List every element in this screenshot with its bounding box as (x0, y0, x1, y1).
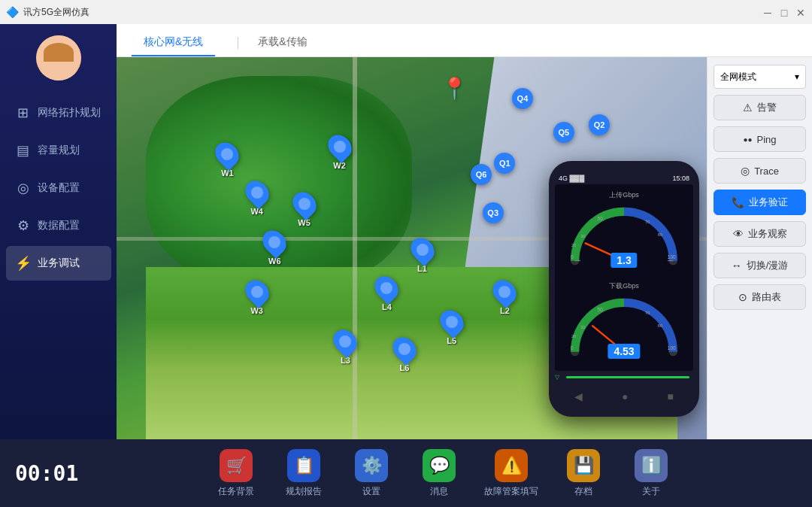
bottom-settings[interactable]: ⚙️ 设置 (349, 449, 394, 498)
switch-roam-label: 切换/漫游 (747, 259, 789, 272)
node-Q3[interactable]: Q3 (483, 202, 504, 223)
node-Q4[interactable]: Q4 (512, 88, 533, 109)
sidebar-label-capacity: 容量规划 (38, 144, 80, 157)
bottom-bar: 00:01 🛒 任务背景 📋 规划报告 ⚙️ 设置 💬 消息 (0, 439, 812, 507)
bottom-plan-report[interactable]: 📋 规划报告 (281, 449, 326, 498)
fault-fill-icon: ⚠️ (495, 449, 528, 482)
network-topo-icon: ⊞ (15, 105, 32, 121)
trace-button[interactable]: ◎ Trace (714, 158, 806, 184)
node-Q1[interactable]: Q1 (494, 153, 515, 174)
task-scenario-icon: 🛒 (220, 449, 253, 482)
node-Q5[interactable]: Q5 (553, 122, 574, 143)
data-config-icon: ⚙ (15, 217, 32, 234)
svg-text:20: 20 (571, 243, 576, 247)
ping-icon: ●● (743, 135, 752, 144)
node-L4[interactable]: L4 (376, 275, 397, 311)
node-L1[interactable]: L1 (412, 237, 433, 273)
app-icon: 🔷 (6, 6, 19, 18)
node-L2[interactable]: L2 (494, 279, 515, 315)
node-W3[interactable]: W3 (247, 279, 268, 315)
sidebar-item-network-topo[interactable]: ⊞ 网络拓扑规划 (6, 96, 111, 130)
tabs-bar: 核心网&无线 承载&传输 (117, 24, 812, 57)
upload-value: 1.3 (611, 253, 637, 268)
service-verify-button[interactable]: 📞 业务验证 (714, 190, 806, 215)
switch-roam-button[interactable]: ↔ 切换/漫游 (714, 253, 806, 278)
sidebar: ⊞ 网络拓扑规划 ▤ 容量规划 ◎ 设备配置 ⚙ 数据配置 ⚡ 业务调试 (0, 24, 117, 439)
alert-label: 告警 (757, 101, 777, 114)
svg-text:50: 50 (598, 308, 604, 313)
service-verify-label: 业务验证 (749, 196, 788, 209)
service-observe-button[interactable]: 👁 业务观察 (714, 221, 806, 247)
alert-button[interactable]: ⚠ 告警 (714, 95, 806, 120)
task-scenario-label: 任务背景 (218, 485, 254, 498)
phone-carrier: 4G ▓▓▓ (559, 175, 584, 182)
tab-bearer-transport[interactable]: 承载&传输 (246, 29, 319, 56)
service-verify-icon: 📞 (732, 196, 744, 208)
tab-core-wireless[interactable]: 核心网&无线 (132, 29, 215, 56)
save-icon: 💾 (567, 449, 600, 482)
node-L6[interactable]: L6 (394, 336, 415, 372)
svg-text:0: 0 (571, 254, 574, 260)
map-container[interactable]: 📍 W1 W4 W2 W5 (117, 57, 707, 439)
node-W2[interactable]: W2 (329, 134, 350, 170)
minimize-button[interactable]: ─ (762, 7, 773, 17)
about-label: 关于 (642, 485, 660, 498)
upload-label: 上传Gbps (561, 190, 687, 200)
plan-report-icon: 📋 (287, 449, 320, 482)
bottom-save[interactable]: 💾 存档 (561, 449, 606, 498)
bottom-messages[interactable]: 💬 消息 (417, 449, 462, 498)
node-W6[interactable]: W6 (264, 229, 285, 266)
main-content: ⊞ 网络拓扑规划 ▤ 容量规划 ◎ 设备配置 ⚙ 数据配置 ⚡ 业务调试 核心网… (0, 24, 812, 439)
bottom-task-scenario[interactable]: 🛒 任务背景 (214, 449, 259, 498)
bottom-items: 🛒 任务背景 📋 规划报告 ⚙️ 设置 💬 消息 ⚠️ 故障管案 (90, 449, 797, 498)
maximize-button[interactable]: □ (779, 7, 789, 17)
about-icon: ℹ️ (635, 449, 668, 482)
svg-text:50: 50 (598, 217, 604, 222)
service-observe-label: 业务观察 (748, 227, 787, 241)
routing-table-icon: ⊙ (738, 291, 747, 303)
title-bar: 🔷 讯方5G全网仿真 ─ □ ✕ (0, 0, 812, 24)
right-panel: 全网模式 ▾ ⚠ 告警 ●● Ping ◎ Trace 📞 业务验证 (707, 57, 812, 439)
svg-text:30: 30 (580, 325, 585, 329)
phone-status-bar: 4G ▓▓▓ 15:08 (555, 172, 693, 184)
tab-divider (238, 37, 238, 49)
node-W1[interactable]: W1 (217, 141, 238, 178)
svg-text:70: 70 (645, 311, 650, 316)
bottom-fault-fill[interactable]: ⚠️ 故障管案填写 (484, 449, 538, 498)
trace-label: Trace (754, 165, 779, 177)
node-W4[interactable]: W4 (247, 180, 268, 216)
node-L3[interactable]: L3 (335, 329, 356, 365)
settings-icon-wrap: ⚙️ (355, 449, 388, 482)
sidebar-label-network-topo: 网络拓扑规划 (38, 106, 101, 120)
svg-text:80: 80 (658, 232, 662, 237)
ping-button[interactable]: ●● Ping (714, 126, 806, 152)
bottom-about[interactable]: ℹ️ 关于 (629, 449, 674, 498)
sidebar-item-data-config[interactable]: ⚙ 数据配置 (6, 208, 111, 243)
sidebar-item-service-test[interactable]: ⚡ 业务调试 (6, 246, 111, 281)
node-Q2[interactable]: Q2 (589, 114, 610, 135)
svg-text:80: 80 (658, 323, 662, 328)
svg-text:0: 0 (571, 345, 574, 351)
node-W5[interactable]: W5 (294, 191, 315, 227)
mode-label: 全网模式 (720, 71, 756, 83)
sidebar-item-capacity[interactable]: ▤ 容量规划 (6, 133, 111, 168)
content-area: 核心网&无线 承载&传输 (117, 24, 812, 439)
messages-icon: 💬 (423, 449, 456, 482)
location-pin: 📍 (441, 76, 468, 101)
sidebar-label-device-config: 设备配置 (38, 181, 80, 195)
sidebar-label-service-test: 业务调试 (38, 257, 80, 270)
download-value: 4.53 (607, 344, 640, 359)
node-L5[interactable]: L5 (441, 309, 462, 345)
routing-table-label: 路由表 (752, 290, 781, 304)
sidebar-item-device-config[interactable]: ◎ 设备配置 (6, 171, 111, 205)
download-label: 下载Gbps (561, 281, 687, 291)
avatar (36, 35, 81, 80)
fault-fill-label: 故障管案填写 (484, 485, 538, 498)
mode-select[interactable]: 全网模式 ▾ (714, 65, 806, 89)
node-Q6[interactable]: Q6 (471, 164, 492, 185)
settings-label: 设置 (362, 485, 380, 498)
sidebar-label-data-config: 数据配置 (38, 219, 80, 232)
close-button[interactable]: ✕ (795, 7, 806, 17)
routing-table-button[interactable]: ⊙ 路由表 (714, 284, 806, 310)
device-config-icon: ◎ (15, 180, 32, 196)
